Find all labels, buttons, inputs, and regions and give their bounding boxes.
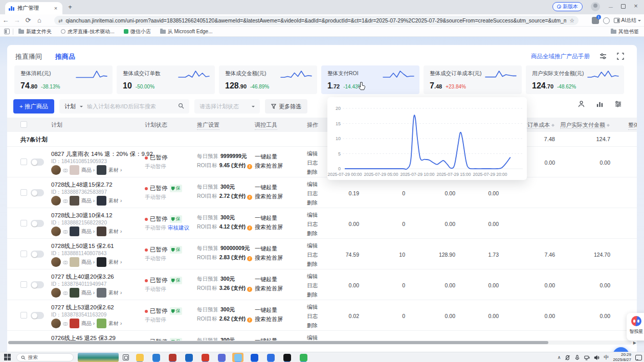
material-link[interactable]: 素材 ›: [108, 289, 122, 297]
speaker-icon[interactable]: [594, 355, 599, 360]
review-suggestion-link[interactable]: 审核建议: [168, 224, 189, 231]
one-key-boost-link[interactable]: 一键起量: [255, 306, 277, 314]
green-app-icon[interactable]: [298, 353, 309, 362]
row-checkbox[interactable]: [20, 251, 27, 257]
bookmark-item[interactable]: 微信小店: [124, 28, 151, 35]
ai-summary-button[interactable]: AI总结: [614, 17, 641, 24]
row-checkbox[interactable]: [20, 312, 27, 319]
blue-grid-app-icon[interactable]: [265, 353, 276, 362]
delete-link[interactable]: 删除: [307, 169, 318, 176]
promote-product-button[interactable]: + 推广商品: [13, 99, 54, 114]
search-top-screen-link[interactable]: 搜索抢首屏: [255, 223, 283, 231]
ime-indicator[interactable]: 中: [604, 354, 609, 361]
material-link[interactable]: 素材 ›: [108, 228, 122, 235]
search-top-screen-link[interactable]: 搜索抢首屏: [255, 193, 283, 200]
window-minimize-button[interactable]: [608, 3, 614, 9]
window-maximize-button[interactable]: [621, 4, 626, 9]
start-button[interactable]: [4, 354, 11, 360]
search-top-screen-link[interactable]: 搜索抢首屏: [255, 285, 283, 292]
audience-person-icon[interactable]: [578, 100, 586, 108]
zhitouxing-widget[interactable]: 智投星: [627, 313, 644, 341]
row-toggle[interactable]: [31, 189, 44, 196]
tab-close-icon[interactable]: [53, 5, 59, 11]
weather-widget-thumbnail[interactable]: [78, 353, 119, 362]
forward-icon[interactable]: →: [11, 16, 23, 24]
bookmark-star-icon[interactable]: ☆: [569, 17, 574, 24]
row-toggle[interactable]: [31, 220, 44, 227]
row-checkbox[interactable]: [20, 220, 27, 227]
column-settings-icon[interactable]: [614, 100, 623, 108]
row-toggle[interactable]: [31, 312, 44, 319]
search-top-screen-link[interactable]: 搜索抢首屏: [255, 162, 283, 170]
delete-link[interactable]: 删除: [307, 322, 318, 329]
one-key-boost-link[interactable]: 一键起量: [255, 153, 277, 161]
one-key-boost-link[interactable]: 一键起量: [255, 245, 277, 253]
plan-status-select[interactable]: 请选择计划状态: [194, 99, 260, 114]
edit-link[interactable]: 编辑: [307, 273, 318, 280]
task-view-icon[interactable]: [123, 354, 129, 360]
one-key-boost-link[interactable]: 一键起量: [255, 214, 277, 222]
purple-app-icon[interactable]: [216, 353, 227, 362]
extensions-menu-icon[interactable]: [603, 17, 610, 24]
material-link[interactable]: 素材 ›: [108, 197, 122, 205]
settings-sliders-icon[interactable]: [599, 52, 607, 60]
outlook-icon[interactable]: [183, 353, 194, 362]
stat-card[interactable]: 整体成交订单数10-50.00%: [117, 65, 215, 94]
edit-link[interactable]: 编辑: [307, 150, 318, 157]
scroll-right-arrow-icon[interactable]: [633, 341, 636, 345]
home-icon[interactable]: ⌂: [34, 16, 45, 24]
input-device-icon[interactable]: [565, 355, 570, 360]
browser-profile-avatar[interactable]: [591, 2, 600, 11]
chart-columns-icon[interactable]: [596, 100, 604, 108]
stat-card[interactable]: 整体支付ROI1.72-14.43%: [321, 65, 419, 94]
log-link[interactable]: 日志: [307, 190, 318, 197]
search-top-screen-link[interactable]: 搜索抢首屏: [255, 254, 283, 262]
log-link[interactable]: 日志: [307, 252, 318, 259]
row-checkbox[interactable]: [20, 281, 27, 288]
product-link[interactable]: 商品 ›: [81, 228, 95, 235]
select-all-checkbox[interactable]: [20, 121, 27, 128]
edit-link[interactable]: 编辑: [307, 181, 318, 188]
log-link[interactable]: 日志: [307, 313, 318, 320]
product-link[interactable]: 商品 ›: [81, 289, 95, 297]
material-link[interactable]: 素材 ›: [108, 167, 122, 174]
material-link[interactable]: 素材 ›: [108, 259, 122, 266]
plan-select[interactable]: 计划: [64, 103, 76, 110]
store-app-icon[interactable]: [167, 353, 178, 362]
product-link[interactable]: 商品 ›: [81, 167, 95, 174]
site-settings-icon[interactable]: ⇄: [58, 18, 62, 24]
file-explorer-icon[interactable]: [134, 353, 145, 362]
bookmark-item[interactable]: 新建文件夹: [18, 28, 52, 35]
log-link[interactable]: 日志: [307, 221, 318, 228]
tab-products[interactable]: 推商品: [55, 52, 75, 61]
more-filters-button[interactable]: 更多筛选: [265, 99, 307, 114]
bookmark-item[interactable]: 从 Microsoft Edge...: [160, 28, 213, 35]
row-checkbox[interactable]: [20, 189, 27, 196]
douyin-icon[interactable]: [281, 353, 293, 362]
extension-icon[interactable]: 1: [592, 17, 599, 24]
edge-icon[interactable]: [150, 353, 162, 362]
product-link[interactable]: 商品 ›: [81, 259, 95, 266]
stat-card[interactable]: 整体成交订单成本(元)7.48+23.84%: [424, 65, 522, 94]
plan-search-input[interactable]: [87, 103, 174, 109]
wps-icon[interactable]: [199, 353, 211, 362]
tab-live-room[interactable]: 推直播间: [15, 52, 42, 61]
delete-link[interactable]: 删除: [307, 230, 318, 237]
edit-link[interactable]: 编辑: [307, 304, 318, 311]
notification-center-icon[interactable]: [635, 355, 642, 360]
window-close-button[interactable]: [633, 3, 639, 9]
reading-list-icon[interactable]: [4, 29, 10, 34]
search-icon[interactable]: [178, 102, 184, 111]
qianchuan-app-icon[interactable]: [232, 353, 243, 362]
log-link[interactable]: 日志: [307, 160, 318, 167]
search-top-screen-link[interactable]: 搜索抢首屏: [255, 315, 283, 323]
one-key-boost-link[interactable]: 一键起量: [255, 337, 277, 341]
row-checkbox[interactable]: [20, 159, 27, 165]
delete-link[interactable]: 删除: [307, 291, 318, 299]
scrollbar-thumb[interactable]: [8, 341, 548, 344]
material-link[interactable]: 素材 ›: [108, 320, 122, 327]
microphone-icon[interactable]: [574, 355, 580, 360]
edit-link[interactable]: 编辑: [307, 334, 318, 341]
blue-circle-app-icon[interactable]: [249, 353, 260, 362]
other-bookmarks[interactable]: 其他书签: [611, 28, 639, 35]
